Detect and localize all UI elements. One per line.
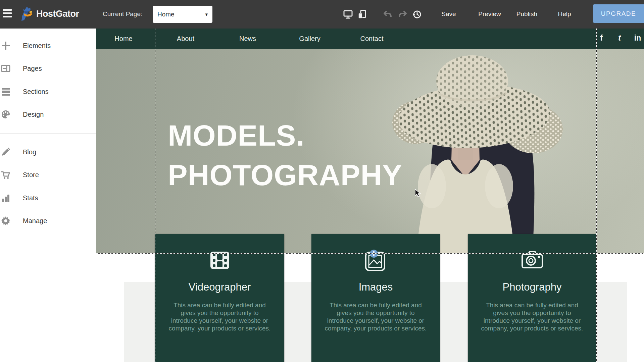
sidebar-divider: [0, 133, 96, 134]
sidebar-label: Design: [23, 111, 44, 118]
undo-icon[interactable]: [383, 10, 392, 19]
redo-icon[interactable]: [398, 10, 407, 19]
card-body[interactable]: This area can be fully edited and gives …: [168, 301, 271, 332]
hero-title-line2: PHOTOGRAPHY: [168, 155, 402, 195]
selection-border-right[interactable]: [596, 29, 597, 362]
card-body[interactable]: This area can be fully edited and gives …: [481, 301, 583, 332]
palette-icon: [1, 110, 10, 119]
twitter-icon[interactable]: t: [618, 34, 621, 43]
sidebar-label: Manage: [23, 217, 47, 225]
site-canvas: Home About News Gallery Contact f t in: [96, 29, 644, 362]
brand-name: HostGator: [36, 9, 79, 19]
card-title[interactable]: Photography: [468, 281, 596, 293]
page-layout-icon: [1, 64, 10, 73]
site-nav-gallery[interactable]: Gallery: [299, 35, 320, 43]
sidebar-item-store[interactable]: Store: [0, 166, 96, 184]
page-selector-value: Home: [157, 11, 205, 18]
sidebar-label: Sections: [23, 88, 49, 96]
site-nav-contact[interactable]: Contact: [360, 35, 384, 43]
chevron-down-icon: ▾: [205, 11, 208, 17]
sidebar-label: Store: [23, 171, 39, 179]
gear-icon: [1, 216, 10, 225]
sidebar-item-blog[interactable]: Blog: [0, 143, 96, 161]
mobile-preview-icon[interactable]: [357, 10, 367, 19]
sidebar-label: Elements: [23, 42, 51, 50]
selection-border-left[interactable]: [155, 29, 155, 362]
sidebar-label: Pages: [23, 65, 42, 72]
facebook-icon[interactable]: f: [600, 34, 603, 43]
plus-icon: [1, 41, 10, 50]
desktop-preview-icon[interactable]: [343, 10, 353, 19]
hostgator-brand: HostGator: [20, 6, 79, 21]
site-nav-home[interactable]: Home: [114, 35, 132, 43]
builder-sidebar: Elements Pages Sections: [0, 29, 96, 362]
sidebar-item-manage[interactable]: Manage: [0, 212, 96, 229]
linkedin-icon[interactable]: in: [634, 34, 641, 43]
history-icon[interactable]: [412, 10, 422, 19]
card-title[interactable]: Videographer: [155, 281, 284, 293]
pencil-icon: [1, 147, 10, 157]
hero-title[interactable]: MODELS. PHOTOGRAPHY: [168, 116, 402, 195]
hero-section[interactable]: MODELS. PHOTOGRAPHY: [96, 49, 644, 253]
site-nav-bar[interactable]: Home About News Gallery Contact f t in: [96, 29, 644, 49]
hero-title-line1: MODELS.: [168, 116, 402, 155]
card-body[interactable]: This area can be fully edited and gives …: [325, 301, 427, 332]
current-page-label: Current Page:: [103, 10, 142, 18]
website-builder: HostGator Current Page: Home ▾: [0, 0, 644, 362]
cart-icon: [1, 170, 10, 179]
preview-button[interactable]: Preview: [478, 10, 501, 18]
sidebar-label: Blog: [23, 148, 36, 156]
sidebar-item-pages[interactable]: Pages: [0, 60, 96, 77]
page-selector-dropdown[interactable]: Home ▾: [153, 6, 212, 23]
stacked-sections-icon: [1, 87, 10, 96]
sidebar-item-sections[interactable]: Sections: [0, 83, 96, 100]
sidebar-item-design[interactable]: Design: [0, 106, 96, 123]
hamburger-menu-icon[interactable]: [3, 9, 12, 19]
sidebar-item-stats[interactable]: Stats: [0, 189, 96, 207]
mouse-cursor: [414, 189, 422, 198]
bar-chart-icon: [1, 193, 10, 203]
site-nav-about[interactable]: About: [177, 35, 194, 43]
sidebar-item-elements[interactable]: Elements: [0, 37, 96, 54]
builder-toolbar: HostGator Current Page: Home ▾: [0, 0, 644, 29]
selection-border-bottom[interactable]: [96, 253, 644, 254]
help-button[interactable]: Help: [558, 10, 571, 18]
publish-button[interactable]: Publish: [516, 10, 537, 18]
hostgator-logo-icon: [20, 6, 34, 21]
save-button[interactable]: Save: [441, 10, 456, 18]
upgrade-button[interactable]: UPGRADE: [593, 4, 644, 23]
site-nav-news[interactable]: News: [239, 35, 256, 43]
card-title[interactable]: Images: [311, 281, 440, 293]
sidebar-label: Stats: [23, 194, 38, 202]
